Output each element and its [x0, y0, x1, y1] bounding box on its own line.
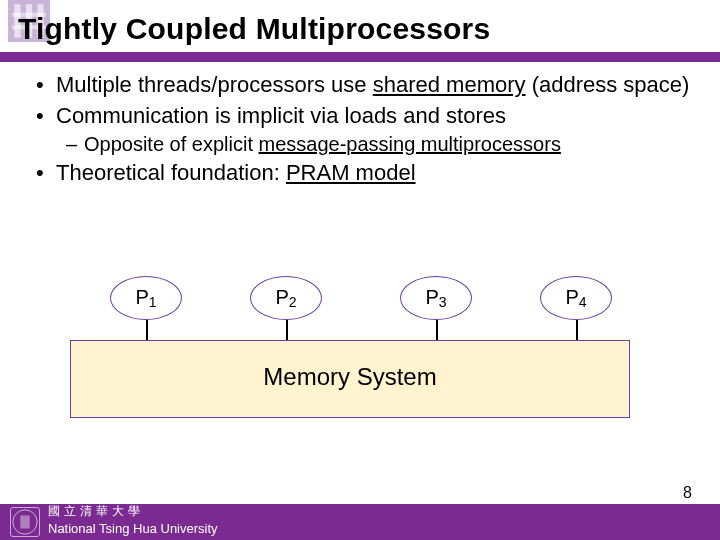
bullet-1-text-post: (address space) — [526, 72, 690, 97]
bullet-1-underlined: shared memory — [373, 72, 526, 97]
processor-2: P2 — [250, 276, 322, 320]
content-area: Multiple threads/processors use shared m… — [30, 72, 690, 191]
bullet-2: Communication is implicit via loads and … — [30, 103, 690, 156]
pram-diagram: P1 P2 P3 P4 Memory System — [70, 276, 650, 446]
slide-title: Tightly Coupled Multiprocessors — [18, 12, 490, 46]
processor-1: P1 — [110, 276, 182, 320]
processor-3: P3 — [400, 276, 472, 320]
processor-4: P4 — [540, 276, 612, 320]
svg-rect-7 — [20, 515, 29, 528]
title-underline-bar — [0, 52, 720, 62]
wire — [146, 320, 148, 340]
proc-sub: 3 — [439, 294, 447, 310]
proc-label: P — [425, 286, 438, 308]
wire — [576, 320, 578, 340]
wire — [286, 320, 288, 340]
proc-label: P — [275, 286, 288, 308]
proc-label: P — [565, 286, 578, 308]
processor-row: P1 P2 P3 P4 — [70, 276, 650, 326]
proc-sub: 4 — [579, 294, 587, 310]
proc-label: P — [135, 286, 148, 308]
slide-number: 8 — [683, 484, 692, 502]
bullet-1-text-pre: Multiple threads/processors use — [56, 72, 373, 97]
footer-chinese-name: 國立清華大學 — [48, 503, 144, 520]
bullet-2-text: Communication is implicit via loads and … — [56, 103, 506, 128]
bullet-2-sub-underlined: message-passing multiprocessors — [259, 133, 561, 155]
bullet-1: Multiple threads/processors use shared m… — [30, 72, 690, 99]
wire — [436, 320, 438, 340]
bullet-3: Theoretical foundation: PRAM model — [30, 160, 690, 187]
memory-system-box: Memory System — [70, 340, 630, 418]
proc-sub: 1 — [149, 294, 157, 310]
proc-sub: 2 — [289, 294, 297, 310]
bullet-3-pre: Theoretical foundation: — [56, 160, 286, 185]
bullet-3-underlined: PRAM model — [286, 160, 416, 185]
bullet-2-sub-pre: Opposite of explicit — [84, 133, 259, 155]
footer-logo-icon — [10, 507, 40, 537]
footer-university-name: National Tsing Hua University — [48, 521, 218, 536]
bullet-2-sub: Opposite of explicit message-passing mul… — [56, 132, 690, 156]
